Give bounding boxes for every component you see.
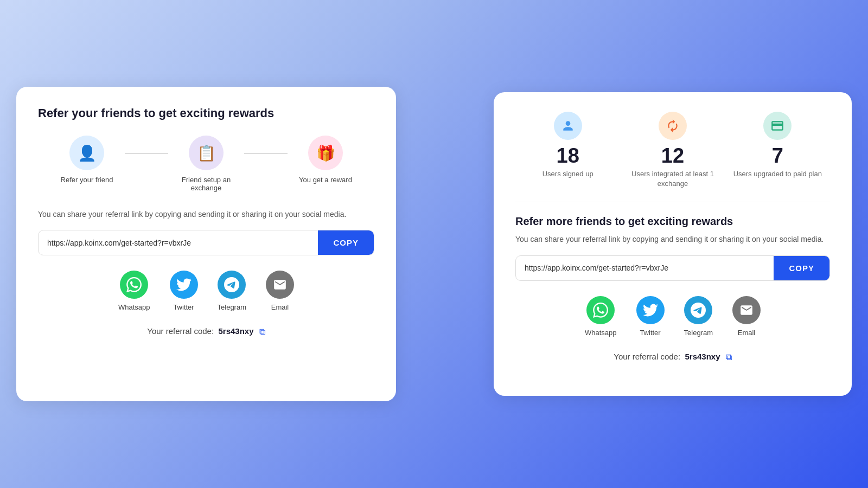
left-link-row: COPY — [38, 230, 374, 255]
left-referral-code-value: 5rs43nxy — [218, 326, 253, 336]
right-referral-code-value: 5rs43nxy — [685, 352, 720, 361]
left-email-label: Email — [271, 303, 289, 311]
left-email-share[interactable]: Email — [266, 271, 294, 311]
left-telegram-label: Telegram — [218, 303, 246, 311]
stat-signed-up-label: Users signed up — [542, 169, 593, 179]
left-referral-code-row: Your referral code: 5rs43nxy ⧉ — [38, 326, 374, 337]
right-card-title: Refer more friends to get exciting rewar… — [515, 215, 830, 228]
left-referral-link-input[interactable] — [39, 231, 318, 255]
right-link-row: COPY — [515, 255, 830, 281]
stat-upgraded: 7 Users upgraded to paid plan — [726, 112, 829, 179]
telegram-icon — [218, 271, 246, 299]
twitter-icon — [170, 271, 198, 299]
right-twitter-label: Twitter — [640, 329, 660, 337]
stat-upgraded-label: Users upgraded to paid plan — [733, 169, 822, 179]
stat-integrated-label: Users integrated at least 1 exchange — [621, 169, 724, 189]
step-1-icon: 👤 — [69, 136, 104, 170]
steps-row: 👤 Refer your friend 📋 Friend setup an ex… — [38, 136, 374, 192]
stat-signed-up-icon — [554, 112, 582, 140]
right-referral-code-prefix: Your referral code: — [614, 352, 680, 361]
step-1-label: Refer your friend — [61, 176, 113, 184]
right-email-label: Email — [738, 329, 756, 337]
stat-integrated-icon — [659, 112, 687, 140]
stat-upgraded-icon — [763, 112, 792, 140]
right-copy-button[interactable]: COPY — [774, 256, 829, 280]
right-telegram-label: Telegram — [684, 329, 713, 337]
stat-upgraded-number: 7 — [772, 145, 783, 166]
left-whatsapp-label: Whatsapp — [118, 303, 150, 311]
stat-signed-up: 18 Users signed up — [516, 112, 620, 179]
right-social-row: Whatsapp Twitter Telegram Email — [515, 296, 830, 337]
left-referral-code-prefix: Your referral code: — [147, 326, 214, 336]
left-telegram-share[interactable]: Telegram — [218, 271, 246, 311]
step-connector-2 — [244, 153, 288, 154]
left-description: You can share your referral link by copy… — [38, 208, 374, 220]
right-copy-code-icon[interactable]: ⧉ — [726, 352, 732, 362]
step-1: 👤 Refer your friend — [49, 136, 125, 184]
stat-integrated-number: 12 — [661, 145, 684, 166]
left-whatsapp-share[interactable]: Whatsapp — [118, 271, 150, 311]
right-whatsapp-share[interactable]: Whatsapp — [585, 296, 617, 337]
step-connector-1 — [125, 153, 168, 154]
left-referral-card: Refer your friends to get exciting rewar… — [16, 87, 396, 401]
left-twitter-label: Twitter — [173, 303, 194, 311]
right-email-share[interactable]: Email — [732, 296, 761, 337]
left-twitter-share[interactable]: Twitter — [170, 271, 198, 311]
left-social-row: Whatsapp Twitter Telegram Email — [38, 271, 374, 311]
right-telegram-share[interactable]: Telegram — [684, 296, 713, 337]
right-whatsapp-label: Whatsapp — [585, 329, 617, 337]
whatsapp-icon — [120, 271, 148, 299]
right-twitter-share[interactable]: Twitter — [636, 296, 665, 337]
email-icon — [266, 271, 294, 299]
right-whatsapp-icon — [586, 296, 615, 324]
step-2-icon: 📋 — [189, 136, 224, 170]
step-3-label: You get a reward — [299, 176, 352, 184]
step-2-label: Friend setup an exchange — [168, 176, 244, 192]
left-copy-code-icon[interactable]: ⧉ — [259, 327, 265, 337]
right-telegram-icon — [684, 296, 712, 324]
step-3: 🎁 You get a reward — [288, 136, 363, 184]
left-card-title: Refer your friends to get exciting rewar… — [38, 106, 374, 120]
right-referral-card: 18 Users signed up 12 Users integrated a… — [494, 92, 852, 396]
stats-row: 18 Users signed up 12 Users integrated a… — [515, 112, 830, 202]
right-email-icon — [732, 296, 761, 324]
right-referral-code-row: Your referral code: 5rs43nxy ⧉ — [515, 352, 830, 362]
step-2: 📋 Friend setup an exchange — [168, 136, 244, 192]
stat-signed-up-number: 18 — [557, 145, 579, 166]
right-description: You can share your referral link by copy… — [515, 233, 830, 245]
right-twitter-icon — [636, 296, 665, 324]
step-3-icon: 🎁 — [308, 136, 343, 170]
left-copy-button[interactable]: COPY — [318, 230, 374, 255]
right-referral-link-input[interactable] — [516, 256, 774, 280]
stat-integrated: 12 Users integrated at least 1 exchange — [621, 112, 724, 189]
